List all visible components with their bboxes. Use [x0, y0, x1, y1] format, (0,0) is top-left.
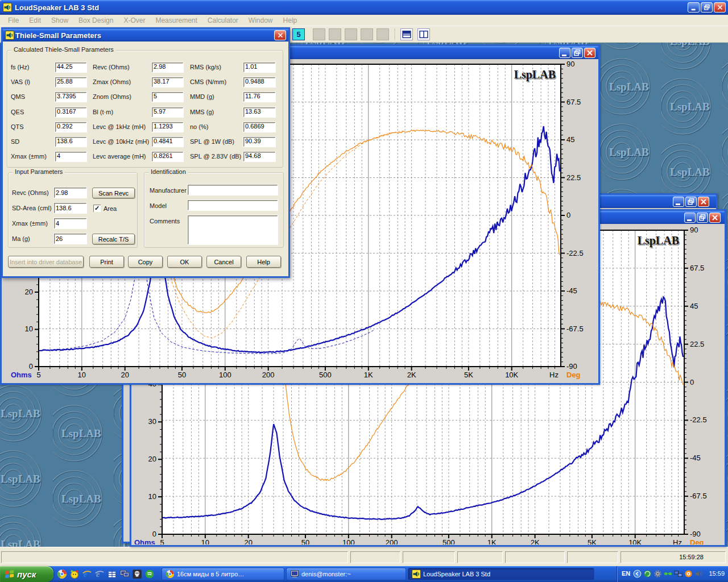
taskbar-task-3[interactable]: LoudSpeaker LAB 3 Std	[408, 568, 594, 580]
help-button[interactable]: Help	[246, 256, 281, 268]
print-button[interactable]: Print	[89, 256, 124, 268]
dialog-body: Calculated Thiele-Small Parametersfs (Hz…	[3, 41, 288, 276]
param-label: Znom (Ohms)	[93, 93, 131, 100]
menu-item-calculator[interactable]: Calculator	[202, 16, 243, 24]
deg-tick-label: -45	[566, 286, 577, 295]
chart-window-top-minimize-button[interactable]	[559, 48, 570, 58]
glasses-tray-icon[interactable]	[664, 569, 672, 578]
menu-item-file[interactable]: File	[3, 16, 24, 24]
volume-tray-icon[interactable]	[694, 569, 703, 578]
menu-item-help[interactable]: Help	[278, 16, 303, 24]
ohm-tick-label: 10	[148, 492, 156, 501]
param-value-field: 138.6	[55, 136, 87, 147]
chart-window-hidden-minimize-button[interactable]	[673, 197, 684, 207]
restore-button[interactable]	[701, 2, 713, 13]
area-checkbox[interactable]: ✓	[93, 205, 101, 212]
input-param-field[interactable]	[53, 187, 87, 198]
tile-vertical-icon[interactable]	[417, 28, 430, 40]
menu-item-edit[interactable]: Edit	[24, 16, 46, 24]
input-param-field[interactable]	[53, 218, 87, 229]
input-param-label: Xmax (±mm)	[12, 220, 48, 227]
scan-revc-button[interactable]: Scan Revc	[92, 188, 135, 198]
param-label: SPL @ 1W (dB)	[190, 138, 234, 145]
toolbar-blank-button-3[interactable]	[345, 28, 357, 40]
chrome-icon[interactable]	[57, 569, 67, 579]
icq-icon[interactable]	[69, 569, 80, 579]
input-param-field[interactable]	[53, 202, 87, 214]
start-button[interactable]: пуск	[0, 566, 53, 582]
svg-text:LspLAB: LspLAB	[670, 101, 710, 113]
identification-label: Model	[150, 202, 167, 209]
chart-window-bottom-close-button[interactable]	[709, 213, 721, 223]
menu-item-measurement[interactable]: Measurement	[150, 16, 202, 24]
manufacturer-field[interactable]	[187, 184, 278, 196]
param-value-field: 0.3167	[55, 107, 87, 118]
background-logo-tile: LspLABLspLAB	[53, 404, 112, 463]
chart-watermark: LspLAB	[638, 234, 679, 247]
deg-tick-label: 67.5	[690, 264, 704, 272]
param-label: Revc (Ohms)	[93, 64, 130, 70]
background-logo-tile: LspLABLspLAB	[722, 122, 728, 181]
x-tick-label: 500	[319, 371, 332, 379]
shield-tray-icon[interactable]	[684, 569, 693, 578]
deg-tick-label: 0	[566, 211, 570, 219]
menu-item-window[interactable]: Window	[243, 16, 278, 24]
minimize-button[interactable]	[688, 2, 700, 13]
toolbar-blank-button-2[interactable]	[329, 28, 341, 40]
model-field[interactable]	[187, 199, 278, 211]
skull-icon[interactable]	[132, 569, 142, 579]
comments-field[interactable]	[187, 215, 278, 245]
identification-group-legend: Identification	[149, 168, 188, 175]
main-titlebar: LoudSpeaker LAB 3 Std	[0, 0, 728, 15]
toolbar-blank-button-4[interactable]	[361, 28, 373, 40]
statusbar-panel-6	[567, 551, 618, 563]
input-param-label: Ma (g)	[12, 235, 30, 242]
copy-button[interactable]: Copy	[128, 256, 163, 268]
taskbar-task-1[interactable]: 16см миды в 5 литро…	[162, 568, 284, 580]
dialog-titlebar: Thiele-Small Parameters	[3, 29, 288, 41]
tile-horizontal-icon[interactable]	[400, 28, 413, 40]
x-tick-label: 500	[442, 538, 455, 544]
putty-icon[interactable]	[119, 569, 130, 579]
recalc-t-s-button[interactable]: Recalc T/S	[92, 234, 135, 244]
cancel-button[interactable]: Cancel	[206, 256, 241, 268]
media-icon[interactable]	[144, 569, 155, 579]
network-tray-icon[interactable]	[674, 569, 682, 578]
chart-window-top-restore-button[interactable]	[572, 48, 583, 58]
chart-window-bottom-restore-button[interactable]	[697, 213, 708, 223]
page-5-button[interactable]: 5	[292, 28, 305, 40]
language-indicator[interactable]: EN	[622, 570, 630, 577]
browser-icon[interactable]: e	[94, 569, 105, 579]
statusbar-time: 15:59:28	[621, 551, 726, 563]
deg-tick-label: 67.5	[566, 98, 581, 106]
chart-window-top-close-button[interactable]	[584, 48, 595, 58]
menu-item-x-over[interactable]: X-Over	[118, 16, 150, 24]
grid-icon[interactable]	[107, 569, 117, 579]
ohm-tick-label: 10	[25, 325, 33, 333]
background-logo-tile: LspLABLspLAB	[661, 142, 721, 201]
x-tick-label: 20	[244, 538, 252, 544]
taskbar-task-2[interactable]: denis@monster:~	[286, 568, 406, 580]
input-param-field[interactable]	[53, 233, 87, 244]
chart-window-hidden-close-button[interactable]	[698, 197, 709, 207]
param-label: Zmax (Ohms)	[93, 78, 131, 85]
menu-item-show[interactable]: Show	[46, 16, 73, 24]
param-value-field: 0.9488	[243, 77, 276, 88]
x-tick-label: 2K	[531, 538, 540, 544]
taskbar-clock[interactable]: 15:59	[709, 570, 725, 577]
background-logo-tile: LspLABLspLAB	[722, 57, 728, 116]
chart-window-bottom-minimize-button[interactable]	[684, 213, 696, 223]
menu-item-box-design[interactable]: Box Design	[73, 16, 118, 24]
svg-text:LspLAB: LspLAB	[61, 427, 101, 439]
chevron-tray-icon[interactable]	[633, 569, 642, 578]
toolbar-blank-button-1[interactable]	[313, 28, 325, 40]
close-button[interactable]	[714, 2, 726, 13]
ok-button[interactable]: OK	[167, 256, 202, 268]
chart-window-hidden-restore-button[interactable]	[685, 197, 697, 207]
dialog-close-button[interactable]	[274, 30, 286, 40]
gear-tray-icon[interactable]	[653, 569, 662, 578]
swirl-tray-icon[interactable]	[643, 569, 652, 578]
toolbar-blank-button-5[interactable]	[377, 28, 389, 40]
ie-icon[interactable]: e	[82, 569, 92, 579]
task-label: LoudSpeaker LAB 3 Std	[423, 571, 490, 577]
